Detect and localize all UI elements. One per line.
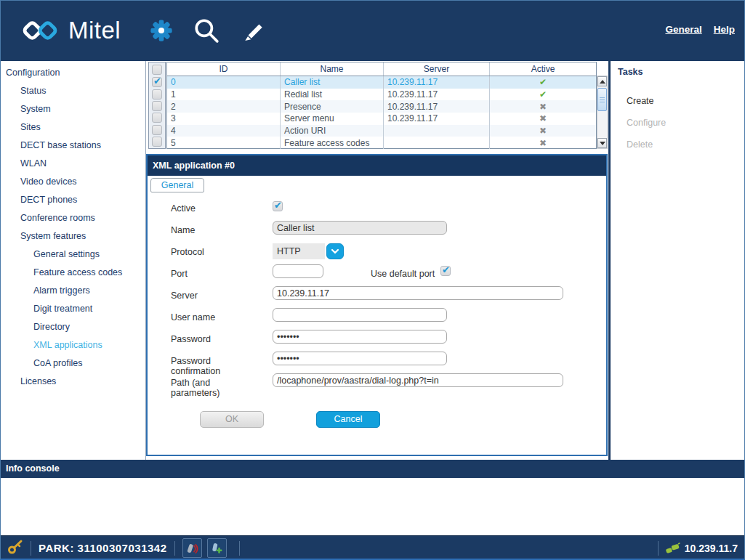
row-select-checkbox[interactable] xyxy=(152,113,162,123)
handset-add-icon xyxy=(210,542,223,555)
row-select-checkbox[interactable] xyxy=(152,125,162,135)
cell-server xyxy=(384,137,490,149)
menu-general-link[interactable]: General xyxy=(665,24,701,35)
mitel-logo-icon xyxy=(19,16,61,45)
row-select-checkbox[interactable] xyxy=(152,101,162,111)
password-confirmation-field[interactable] xyxy=(273,352,447,365)
info-console-header: Info console xyxy=(0,460,745,478)
row-select-checkbox[interactable] xyxy=(152,77,162,87)
handset-signal-button[interactable] xyxy=(182,538,202,558)
sidebar-item-digit-treatment[interactable]: Digit treatment xyxy=(0,300,145,318)
task-configure: Configure xyxy=(627,118,666,128)
cell-id: 0 xyxy=(167,76,281,89)
sidebar-item-video-devices[interactable]: Video devices xyxy=(0,173,145,191)
cell-server: 10.239.11.17 xyxy=(384,113,490,125)
connector-icon xyxy=(666,543,680,554)
xml-applications-table: ID Name Server Active 0 Caller list 10.2… xyxy=(166,62,597,149)
password-field[interactable] xyxy=(273,330,447,344)
cell-server: 10.239.11.17 xyxy=(384,76,490,89)
table-header-row: ID Name Server Active xyxy=(167,62,596,76)
sidebar-item-general-settings[interactable]: General settings xyxy=(0,245,145,264)
scrollbar-thumb[interactable] xyxy=(597,88,607,111)
tab-general[interactable]: General xyxy=(150,178,204,192)
park-number: PARK: 31100307031342 xyxy=(39,542,167,554)
cell-id: 3 xyxy=(167,113,281,125)
cell-server: 10.239.11.17 xyxy=(384,89,490,101)
brand-name: Mitel xyxy=(68,17,121,44)
table-scrollbar[interactable] xyxy=(597,76,608,149)
pencil-icon[interactable] xyxy=(241,17,266,45)
table-row[interactable]: 1 Redial list 10.239.11.17 ✔ xyxy=(167,89,596,101)
cell-name: Caller list xyxy=(281,76,384,89)
ok-button[interactable]: OK xyxy=(200,411,264,428)
menu-help-link[interactable]: Help xyxy=(714,24,735,35)
column-header-server[interactable]: Server xyxy=(384,62,490,76)
select-all-checkbox[interactable] xyxy=(152,65,162,75)
cell-server xyxy=(384,125,490,137)
sidebar-item-conference-rooms[interactable]: Conference rooms xyxy=(0,209,145,227)
cell-id: 4 xyxy=(167,125,281,137)
task-create[interactable]: Create xyxy=(627,96,654,106)
divider xyxy=(239,541,240,556)
use-default-port-checkbox[interactable] xyxy=(440,266,451,276)
username-field[interactable] xyxy=(273,308,447,322)
cell-name: Feature access codes xyxy=(281,137,384,149)
gear-icon[interactable] xyxy=(148,17,174,46)
inactive-cross-icon: ✖ xyxy=(539,113,547,123)
table-row[interactable]: 4 Action URI ✖ xyxy=(167,125,596,137)
name-label: Name xyxy=(171,225,268,235)
sidebar-item-xml-applications[interactable]: XML applications xyxy=(0,336,145,354)
mitel-logo: Mitel xyxy=(19,16,121,45)
dropdown-button[interactable] xyxy=(326,243,344,259)
sidebar-item-configuration[interactable]: Configuration xyxy=(0,64,145,82)
arrow-up-icon xyxy=(600,80,605,84)
sidebar-item-system[interactable]: System xyxy=(0,100,145,118)
search-icon[interactable] xyxy=(193,17,220,46)
active-check-icon: ✔ xyxy=(539,77,547,87)
sidebar-item-dect-base-stations[interactable]: DECT base stations xyxy=(0,137,145,155)
inactive-cross-icon: ✖ xyxy=(539,126,547,136)
xml-application-dialog: XML application #0 General Active Name P… xyxy=(146,154,608,456)
active-checkbox[interactable] xyxy=(273,201,283,211)
table-row[interactable]: 2 Presence 10.239.11.17 ✖ xyxy=(167,100,596,113)
sidebar-item-status[interactable]: Status xyxy=(0,82,145,100)
scroll-down-button[interactable] xyxy=(597,138,607,148)
sidebar-item-coa-profiles[interactable]: CoA profiles xyxy=(0,354,145,373)
row-select-checkbox[interactable] xyxy=(152,89,162,100)
cell-name: Action URI xyxy=(281,125,384,137)
table-row[interactable]: 3 Server menu 10.239.11.17 ✖ xyxy=(167,113,596,125)
path-label: Path (and parameters) xyxy=(171,378,251,399)
table-row[interactable]: 5 Feature access codes ✖ xyxy=(167,137,596,149)
sidebar-item-alarm-triggers[interactable]: Alarm triggers xyxy=(0,282,145,300)
protocol-select[interactable]: HTTP xyxy=(273,243,344,259)
sidebar-item-feature-access-codes[interactable]: Feature access codes xyxy=(0,264,145,282)
sidebar-item-directory[interactable]: Directory xyxy=(0,318,145,336)
cell-id: 5 xyxy=(167,137,281,149)
sidebar-item-licenses[interactable]: Licenses xyxy=(0,373,145,391)
name-field[interactable] xyxy=(273,221,447,235)
cell-name: Presence xyxy=(281,100,384,113)
inactive-cross-icon: ✖ xyxy=(539,138,547,148)
sidebar-item-sites[interactable]: Sites xyxy=(0,118,145,137)
path-field[interactable] xyxy=(273,373,563,387)
cancel-button[interactable]: Cancel xyxy=(316,411,380,428)
sidebar-item-system-features[interactable]: System features xyxy=(0,227,145,245)
sidebar-item-dect-phones[interactable]: DECT phones xyxy=(0,191,145,209)
tasks-title: Tasks xyxy=(618,67,643,77)
row-select-checkbox[interactable] xyxy=(152,137,162,147)
column-header-active[interactable]: Active xyxy=(490,62,596,76)
handset-add-button[interactable] xyxy=(207,538,227,558)
chevron-down-icon xyxy=(331,248,339,254)
active-check-icon: ✔ xyxy=(539,89,547,100)
sidebar-item-wlan[interactable]: WLAN xyxy=(0,155,145,173)
column-header-name[interactable]: Name xyxy=(281,62,384,76)
arrow-down-icon xyxy=(600,142,605,145)
header-menu: General Help xyxy=(665,24,735,35)
server-field[interactable] xyxy=(273,286,563,300)
table-row[interactable]: 0 Caller list 10.239.11.17 ✔ xyxy=(167,76,596,89)
column-header-id[interactable]: ID xyxy=(167,62,281,76)
protocol-value: HTTP xyxy=(273,243,325,259)
cell-id: 2 xyxy=(167,100,281,113)
port-field[interactable] xyxy=(273,264,323,278)
scroll-up-button[interactable] xyxy=(597,76,607,86)
